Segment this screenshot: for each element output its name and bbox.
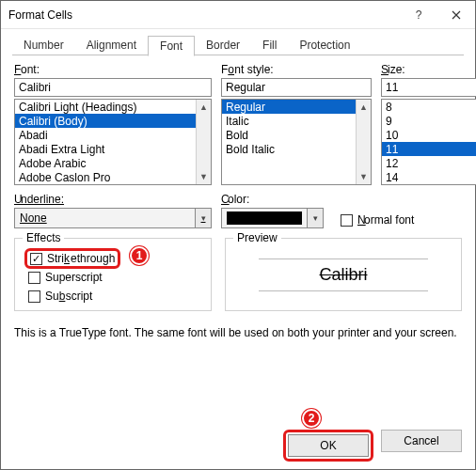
window-title: Format Cells — [8, 8, 400, 22]
list-item[interactable]: Calibri Light (Headings) — [15, 100, 196, 114]
list-item[interactable]: 9 — [382, 114, 476, 128]
underline-combo[interactable]: None ▾ — [14, 208, 212, 228]
strikethrough-checkbox[interactable]: ✓ — [30, 253, 42, 265]
underline-label: Underline: — [14, 193, 212, 206]
list-item[interactable]: Bold Italic — [222, 142, 356, 156]
list-item[interactable]: Abadi — [15, 128, 196, 142]
list-item[interactable]: Regular — [222, 100, 356, 114]
list-item[interactable]: Italic — [222, 114, 356, 128]
scroll-down-icon[interactable]: ▼ — [197, 169, 211, 184]
annotation-1: 1 — [130, 246, 149, 265]
normal-font-label: Normal font — [357, 213, 414, 227]
normal-font-checkbox[interactable]: Normal font — [341, 213, 414, 227]
format-cells-dialog: Format Cells ? Number Alignment Font Bor… — [0, 0, 476, 470]
scroll-up-icon[interactable]: ▲ — [357, 100, 371, 115]
color-combo[interactable]: ▾ — [221, 208, 324, 228]
ok-button[interactable]: OK — [288, 434, 369, 457]
effects-group: Effects ✓ Strikethrough 1 Superscript — [14, 238, 212, 311]
font-style-label: Font style: — [221, 63, 372, 76]
scrollbar[interactable]: ▲ ▼ — [196, 100, 211, 184]
list-item[interactable]: Adobe Arabic — [15, 156, 196, 170]
close-button[interactable] — [437, 1, 475, 29]
list-item[interactable]: Bold — [222, 128, 356, 142]
list-item[interactable]: Calibri (Body) — [15, 114, 196, 128]
tab-number[interactable]: Number — [12, 36, 75, 56]
dialog-content: Number Alignment Font Border Fill Protec… — [1, 29, 475, 469]
font-pane: Font: Calibri Light (Headings) Calibri (… — [12, 55, 464, 462]
scroll-down-icon[interactable]: ▼ — [357, 169, 371, 184]
color-swatch — [221, 208, 307, 228]
font-note: This is a TrueType font. The same font w… — [14, 326, 462, 339]
font-listbox[interactable]: Calibri Light (Headings) Calibri (Body) … — [14, 99, 212, 185]
list-item[interactable]: 11 — [382, 142, 476, 156]
list-item[interactable]: Adobe Caslon Pro — [15, 170, 196, 184]
size-listbox[interactable]: 8 9 10 11 12 14 ▲ ▼ — [381, 99, 476, 185]
subscript-checkbox[interactable]: Subscript — [28, 290, 201, 303]
size-label: Size: — [381, 63, 476, 76]
scrollbar[interactable]: ▲ ▼ — [356, 100, 371, 184]
scroll-up-icon[interactable]: ▲ — [197, 100, 211, 115]
help-button[interactable]: ? — [400, 1, 437, 29]
titlebar: Format Cells ? — [1, 1, 475, 29]
tab-fill[interactable]: Fill — [251, 36, 288, 56]
tab-font[interactable]: Font — [148, 36, 195, 56]
list-item[interactable]: 14 — [382, 170, 476, 184]
list-item[interactable]: Abadi Extra Light — [15, 142, 196, 156]
subscript-label: Subscript — [45, 290, 92, 303]
list-item[interactable]: 10 — [382, 128, 476, 142]
preview-text: Calibri — [259, 258, 428, 291]
strikethrough-label: Strikethrough — [47, 252, 115, 265]
list-item[interactable]: 8 — [382, 100, 476, 114]
size-input[interactable] — [381, 78, 476, 97]
cancel-button[interactable]: Cancel — [381, 430, 462, 452]
tab-protection[interactable]: Protection — [288, 36, 361, 56]
font-style-input[interactable] — [221, 78, 372, 97]
font-input[interactable] — [14, 78, 212, 97]
underline-value: None — [14, 208, 195, 228]
preview-group: Preview Calibri — [225, 238, 462, 311]
chevron-down-icon[interactable]: ▾ — [195, 208, 212, 228]
chevron-down-icon[interactable]: ▾ — [307, 208, 324, 228]
superscript-checkbox[interactable]: Superscript — [28, 271, 201, 284]
preview-label: Preview — [233, 231, 281, 244]
tab-alignment[interactable]: Alignment — [75, 36, 148, 56]
font-style-listbox[interactable]: Regular Italic Bold Bold Italic ▲ ▼ — [221, 99, 372, 185]
font-label: Font: — [14, 63, 212, 76]
superscript-label: Superscript — [45, 271, 103, 284]
effects-label: Effects — [23, 231, 64, 244]
tab-border[interactable]: Border — [195, 36, 251, 56]
color-label: Color: — [221, 193, 324, 206]
annotation-2: 2 — [302, 409, 321, 428]
tab-strip: Number Alignment Font Border Fill Protec… — [12, 35, 464, 55]
list-item[interactable]: 12 — [382, 156, 476, 170]
